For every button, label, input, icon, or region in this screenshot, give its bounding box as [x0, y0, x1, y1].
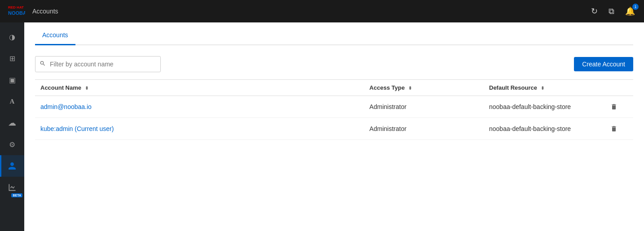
- trash-icon: [610, 125, 618, 132]
- sidebar-item-analytics[interactable]: BETA: [0, 177, 24, 198]
- header-page-title: Accounts: [32, 8, 58, 15]
- column-header-resource: Default Resource ⬍: [484, 80, 603, 96]
- sidebar-item-resources[interactable]: A: [0, 91, 24, 112]
- refresh-icon: ↻: [591, 6, 598, 16]
- action-cell-1: [603, 96, 633, 118]
- notification-count: 1: [632, 4, 639, 10]
- search-input[interactable]: [35, 56, 161, 72]
- table-row: admin@noobaa.io Administrator noobaa-def…: [35, 96, 633, 118]
- tab-accounts[interactable]: Accounts: [35, 26, 75, 45]
- action-cell-2: [603, 118, 633, 140]
- access-type-cell-1: Administrator: [364, 96, 484, 118]
- sidebar-item-cloud[interactable]: ☁: [0, 112, 24, 134]
- analytics-icon: [8, 183, 17, 192]
- content-area: Accounts Create Account: [24, 22, 644, 231]
- account-name-cell: admin@noobaa.io: [35, 96, 364, 118]
- page-content: Accounts Create Account: [24, 22, 644, 231]
- svg-text:RED HAT: RED HAT: [8, 5, 24, 9]
- svg-text:NOOBAA: NOOBAA: [8, 10, 25, 16]
- sidebar-item-buckets[interactable]: ⊞: [0, 48, 24, 69]
- delete-button-1[interactable]: [609, 101, 619, 112]
- resources-icon: A: [10, 98, 15, 105]
- default-resource-cell-1: noobaa-default-backing-store: [484, 96, 603, 118]
- table-row: kube:admin (Current user) Administrator …: [35, 118, 633, 140]
- redhat-noobaa-logo: RED HAT NOOBAA: [7, 3, 25, 19]
- column-header-name: Account Name ⬍: [35, 80, 364, 96]
- overview-icon: ◑: [9, 33, 15, 41]
- create-account-button[interactable]: Create Account: [574, 57, 633, 71]
- table-header-row: Account Name ⬍ Access Type ⬍ Default Res…: [35, 80, 633, 96]
- search-icon: [40, 61, 46, 68]
- sort-icon-access[interactable]: ⬍: [408, 86, 412, 91]
- active-indicator: [0, 155, 1, 177]
- trash-icon: [610, 103, 618, 110]
- accounts-icon: [8, 161, 17, 170]
- top-header: RED HAT NOOBAA Accounts ↻ ⧉ 🔔 1: [0, 0, 644, 22]
- refresh-button[interactable]: ↻: [589, 4, 600, 18]
- header-left: RED HAT NOOBAA Accounts: [7, 3, 58, 19]
- table-header: Account Name ⬍ Access Type ⬍ Default Res…: [35, 80, 633, 96]
- access-type-cell-2: Administrator: [364, 118, 484, 140]
- table-body: admin@noobaa.io Administrator noobaa-def…: [35, 96, 633, 140]
- beta-badge: BETA: [11, 193, 22, 197]
- cloud-icon: ☁: [8, 118, 16, 128]
- accounts-table: Account Name ⬍ Access Type ⬍ Default Res…: [35, 79, 633, 140]
- main-layout: ◑ ⊞ ▣ A ☁ ⚙ BETA: [0, 22, 644, 231]
- account-link-2[interactable]: kube:admin (Current user): [40, 125, 114, 132]
- notification-area: 🔔 1: [623, 4, 637, 18]
- account-link-1[interactable]: admin@noobaa.io: [40, 103, 92, 110]
- header-right: ↻ ⧉ 🔔 1: [589, 4, 637, 18]
- sidebar: ◑ ⊞ ▣ A ☁ ⚙ BETA: [0, 22, 24, 231]
- external-link-icon: ⧉: [609, 7, 614, 16]
- delete-button-2[interactable]: [609, 123, 619, 134]
- buckets-icon: ⊞: [9, 54, 15, 63]
- toolbar: Create Account: [35, 56, 633, 72]
- sidebar-item-settings[interactable]: ⚙: [0, 134, 24, 155]
- sidebar-item-namespaces[interactable]: ▣: [0, 69, 24, 91]
- account-name-cell-2: kube:admin (Current user): [35, 118, 364, 140]
- column-header-access: Access Type ⬍: [364, 80, 484, 96]
- logo-area: RED HAT NOOBAA: [7, 3, 25, 19]
- column-header-actions: [603, 80, 633, 96]
- sort-icon-resource[interactable]: ⬍: [541, 86, 544, 91]
- sidebar-item-overview[interactable]: ◑: [0, 26, 24, 48]
- sort-icon-name[interactable]: ⬍: [85, 86, 88, 91]
- tabs-bar: Accounts: [35, 22, 633, 45]
- search-container: [35, 56, 161, 72]
- external-link-button[interactable]: ⧉: [607, 5, 616, 18]
- sidebar-item-accounts[interactable]: [0, 155, 24, 177]
- namespaces-icon: ▣: [9, 76, 16, 84]
- default-resource-cell-2: noobaa-default-backing-store: [484, 118, 603, 140]
- settings-icon: ⚙: [9, 140, 15, 149]
